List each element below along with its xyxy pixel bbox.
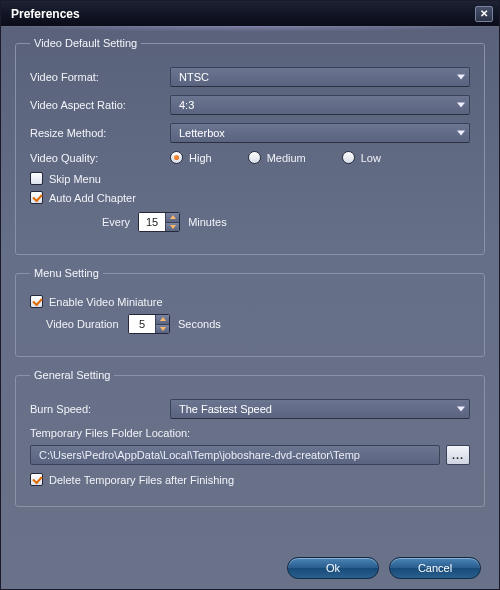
checkbox-icon (30, 191, 43, 204)
spinner-down-button[interactable] (165, 222, 179, 232)
video-aspect-label: Video Aspect Ratio: (30, 99, 170, 111)
video-format-select[interactable]: NTSC (170, 67, 470, 87)
titlebar: Preferences ✕ (1, 1, 499, 27)
chevron-up-icon (170, 215, 176, 219)
window-title: Preferences (11, 7, 475, 21)
quality-high-radio[interactable]: High (170, 151, 212, 164)
video-duration-input[interactable] (129, 315, 155, 333)
video-duration-spinner (128, 314, 170, 334)
spinner-up-button[interactable] (165, 213, 179, 222)
checkbox-icon (30, 473, 43, 486)
temp-folder-path-value: C:\Users\Pedro\AppData\Local\Temp\jobosh… (39, 449, 360, 461)
ellipsis-icon: ... (452, 449, 464, 461)
group-menu-setting: Menu Setting Enable Video Miniature Vide… (15, 267, 485, 357)
chevron-down-icon (160, 327, 166, 331)
browse-button[interactable]: ... (446, 445, 470, 465)
chapter-interval-input[interactable] (139, 213, 165, 231)
close-icon: ✕ (480, 9, 488, 19)
group-general-legend: General Setting (30, 369, 114, 381)
checkbox-icon (30, 172, 43, 185)
spinner-down-button[interactable] (155, 324, 169, 334)
burn-speed-select[interactable]: The Fastest Speed (170, 399, 470, 419)
video-quality-radios: High Medium Low (170, 151, 381, 164)
enable-miniature-checkbox[interactable]: Enable Video Miniature (30, 295, 470, 308)
group-video-legend: Video Default Setting (30, 37, 141, 49)
group-video-default: Video Default Setting Video Format: NTSC… (15, 37, 485, 255)
skip-menu-label: Skip Menu (49, 173, 101, 185)
resize-method-value: Letterbox (179, 127, 225, 139)
resize-method-select[interactable]: Letterbox (170, 123, 470, 143)
delete-temp-checkbox[interactable]: Delete Temporary Files after Finishing (30, 473, 470, 486)
dialog-body: Video Default Setting Video Format: NTSC… (1, 27, 499, 589)
quality-high-label: High (189, 152, 212, 164)
radio-icon (170, 151, 183, 164)
chapter-every-label: Every (102, 216, 130, 228)
delete-temp-label: Delete Temporary Files after Finishing (49, 474, 234, 486)
temp-folder-label: Temporary Files Folder Location: (30, 427, 470, 439)
cancel-button[interactable]: Cancel (389, 557, 481, 579)
quality-medium-radio[interactable]: Medium (248, 151, 306, 164)
group-menu-legend: Menu Setting (30, 267, 103, 279)
chapter-interval-spinner (138, 212, 180, 232)
video-duration-label: Video Duration (46, 318, 128, 330)
group-general-setting: General Setting Burn Speed: The Fastest … (15, 369, 485, 507)
resize-method-label: Resize Method: (30, 127, 170, 139)
quality-medium-label: Medium (267, 152, 306, 164)
chevron-up-icon (160, 317, 166, 321)
video-format-value: NTSC (179, 71, 209, 83)
quality-low-label: Low (361, 152, 381, 164)
radio-icon (248, 151, 261, 164)
auto-add-chapter-checkbox[interactable]: Auto Add Chapter (30, 191, 470, 204)
checkbox-icon (30, 295, 43, 308)
temp-folder-path-field[interactable]: C:\Users\Pedro\AppData\Local\Temp\jobosh… (30, 445, 440, 465)
auto-add-chapter-label: Auto Add Chapter (49, 192, 136, 204)
video-aspect-value: 4:3 (179, 99, 194, 111)
dialog-footer: Ok Cancel (15, 553, 485, 581)
chevron-down-icon (170, 225, 176, 229)
preferences-window: Preferences ✕ Video Default Setting Vide… (0, 0, 500, 590)
cancel-button-label: Cancel (418, 562, 452, 574)
video-aspect-select[interactable]: 4:3 (170, 95, 470, 115)
ok-button[interactable]: Ok (287, 557, 379, 579)
burn-speed-label: Burn Speed: (30, 403, 170, 415)
burn-speed-value: The Fastest Speed (179, 403, 272, 415)
quality-low-radio[interactable]: Low (342, 151, 381, 164)
chevron-down-icon (457, 103, 465, 108)
video-format-label: Video Format: (30, 71, 170, 83)
skip-menu-checkbox[interactable]: Skip Menu (30, 172, 470, 185)
radio-icon (342, 151, 355, 164)
enable-miniature-label: Enable Video Miniature (49, 296, 163, 308)
video-quality-label: Video Quality: (30, 152, 170, 164)
close-button[interactable]: ✕ (475, 6, 493, 22)
duration-unit-label: Seconds (178, 318, 221, 330)
spinner-up-button[interactable] (155, 315, 169, 324)
ok-button-label: Ok (326, 562, 340, 574)
chapter-unit-label: Minutes (188, 216, 227, 228)
chevron-down-icon (457, 75, 465, 80)
chevron-down-icon (457, 131, 465, 136)
chevron-down-icon (457, 407, 465, 412)
